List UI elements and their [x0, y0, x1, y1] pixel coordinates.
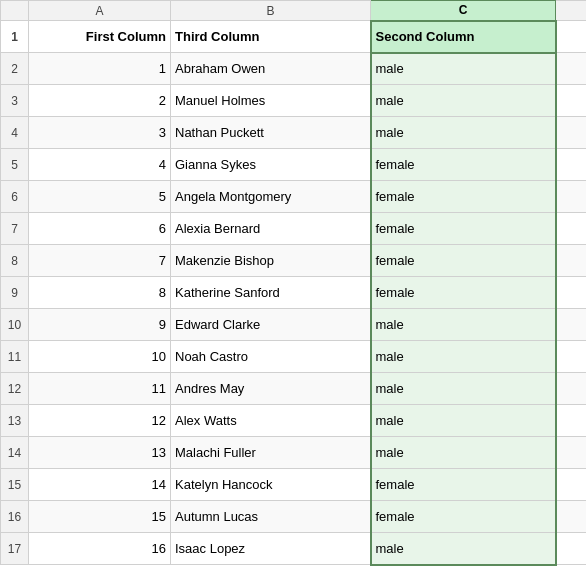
cell-a8[interactable]: 7 — [29, 245, 171, 277]
table-row: 21Abraham Owenmale — [1, 53, 587, 85]
row-number: 13 — [1, 405, 29, 437]
cell-b13[interactable]: Alex Watts — [171, 405, 371, 437]
cell-b10[interactable]: Edward Clarke — [171, 309, 371, 341]
row-number: 3 — [1, 85, 29, 117]
cell-b11[interactable]: Noah Castro — [171, 341, 371, 373]
cell-extra10 — [556, 309, 587, 341]
row-number: 11 — [1, 341, 29, 373]
table-row: 32Manuel Holmesmale — [1, 85, 587, 117]
row-number: 6 — [1, 181, 29, 213]
cell-c13[interactable]: male — [371, 405, 556, 437]
cell-a10[interactable]: 9 — [29, 309, 171, 341]
cell-c4[interactable]: male — [371, 117, 556, 149]
table-row: 1514Katelyn Hancockfemale — [1, 469, 587, 501]
table-row: 76Alexia Bernardfemale — [1, 213, 587, 245]
table-row: 1312Alex Wattsmale — [1, 405, 587, 437]
cell-a7[interactable]: 6 — [29, 213, 171, 245]
row-number: 15 — [1, 469, 29, 501]
cell-a6[interactable]: 5 — [29, 181, 171, 213]
cell-b17[interactable]: Isaac Lopez — [171, 533, 371, 565]
table-row: 1211Andres Maymale — [1, 373, 587, 405]
cell-c2[interactable]: male — [371, 53, 556, 85]
cell-a4[interactable]: 3 — [29, 117, 171, 149]
spreadsheet-table: A B C 1 First Column Third Column Second… — [0, 0, 586, 566]
cell-extra9 — [556, 277, 587, 309]
cell-b5[interactable]: Gianna Sykes — [171, 149, 371, 181]
col-a-header[interactable]: A — [29, 1, 171, 21]
cell-c17[interactable]: male — [371, 533, 556, 565]
table-row: 43Nathan Puckettmale — [1, 117, 587, 149]
row-number: 14 — [1, 437, 29, 469]
cell-c16[interactable]: female — [371, 501, 556, 533]
row-number: 8 — [1, 245, 29, 277]
cell-a14[interactable]: 13 — [29, 437, 171, 469]
row-number: 5 — [1, 149, 29, 181]
cell-extra1 — [556, 21, 587, 53]
cell-c12[interactable]: male — [371, 373, 556, 405]
row-number: 1 — [1, 21, 29, 53]
row-number: 9 — [1, 277, 29, 309]
cell-a13[interactable]: 12 — [29, 405, 171, 437]
cell-c9[interactable]: female — [371, 277, 556, 309]
cell-b3[interactable]: Manuel Holmes — [171, 85, 371, 117]
table-row: 87Makenzie Bishopfemale — [1, 245, 587, 277]
cell-c11[interactable]: male — [371, 341, 556, 373]
cell-extra11 — [556, 341, 587, 373]
cell-b4[interactable]: Nathan Puckett — [171, 117, 371, 149]
cell-b14[interactable]: Malachi Fuller — [171, 437, 371, 469]
cell-extra17 — [556, 533, 587, 565]
row-number: 10 — [1, 309, 29, 341]
cell-b15[interactable]: Katelyn Hancock — [171, 469, 371, 501]
cell-c7[interactable]: female — [371, 213, 556, 245]
cell-c14[interactable]: male — [371, 437, 556, 469]
cell-extra15 — [556, 469, 587, 501]
cell-c10[interactable]: male — [371, 309, 556, 341]
cell-extra6 — [556, 181, 587, 213]
cell-a9[interactable]: 8 — [29, 277, 171, 309]
cell-b6[interactable]: Angela Montgomery — [171, 181, 371, 213]
table-row: 54Gianna Sykesfemale — [1, 149, 587, 181]
cell-c1[interactable]: Second Column — [371, 21, 556, 53]
cell-a12[interactable]: 11 — [29, 373, 171, 405]
table-row: 1615Autumn Lucasfemale — [1, 501, 587, 533]
cell-b8[interactable]: Makenzie Bishop — [171, 245, 371, 277]
cell-b2[interactable]: Abraham Owen — [171, 53, 371, 85]
table-row: 1716Isaac Lopezmale — [1, 533, 587, 565]
row-number: 16 — [1, 501, 29, 533]
cell-extra13 — [556, 405, 587, 437]
cell-extra12 — [556, 373, 587, 405]
cell-c3[interactable]: male — [371, 85, 556, 117]
row-number: 12 — [1, 373, 29, 405]
cell-extra3 — [556, 85, 587, 117]
cell-b1[interactable]: Third Column — [171, 21, 371, 53]
table-row: 1 First Column Third Column Second Colum… — [1, 21, 587, 53]
row-number: 4 — [1, 117, 29, 149]
cell-a3[interactable]: 2 — [29, 85, 171, 117]
cell-c15[interactable]: female — [371, 469, 556, 501]
cell-c8[interactable]: female — [371, 245, 556, 277]
cell-b7[interactable]: Alexia Bernard — [171, 213, 371, 245]
cell-c5[interactable]: female — [371, 149, 556, 181]
cell-b12[interactable]: Andres May — [171, 373, 371, 405]
cell-extra7 — [556, 213, 587, 245]
corner-cell — [1, 1, 29, 21]
cell-extra4 — [556, 117, 587, 149]
cell-extra5 — [556, 149, 587, 181]
cell-b16[interactable]: Autumn Lucas — [171, 501, 371, 533]
cell-extra14 — [556, 437, 587, 469]
col-c-header[interactable]: C — [371, 1, 556, 21]
table-row: 98Katherine Sanfordfemale — [1, 277, 587, 309]
cell-a2[interactable]: 1 — [29, 53, 171, 85]
cell-a17[interactable]: 16 — [29, 533, 171, 565]
table-row: 65Angela Montgomeryfemale — [1, 181, 587, 213]
col-b-header[interactable]: B — [171, 1, 371, 21]
cell-a5[interactable]: 4 — [29, 149, 171, 181]
cell-a15[interactable]: 14 — [29, 469, 171, 501]
cell-a11[interactable]: 10 — [29, 341, 171, 373]
cell-a1[interactable]: First Column — [29, 21, 171, 53]
row-number: 2 — [1, 53, 29, 85]
cell-a16[interactable]: 15 — [29, 501, 171, 533]
table-row: 109Edward Clarkemale — [1, 309, 587, 341]
cell-c6[interactable]: female — [371, 181, 556, 213]
cell-b9[interactable]: Katherine Sanford — [171, 277, 371, 309]
